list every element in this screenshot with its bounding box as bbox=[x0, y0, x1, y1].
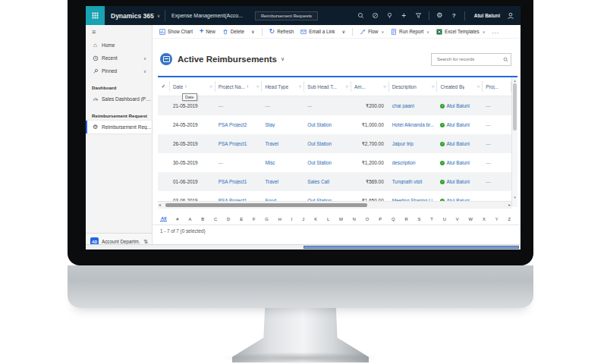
v-scroll-thumb[interactable] bbox=[513, 83, 517, 130]
column-header-description[interactable]: Description▽ bbox=[389, 81, 438, 92]
user-name[interactable]: Atul Baluni bbox=[474, 13, 500, 18]
cell-sub_head[interactable]: Out Station bbox=[304, 141, 351, 146]
email-split-chevron[interactable]: ∨ bbox=[342, 29, 346, 34]
email-link-button[interactable]: Email a Link bbox=[300, 29, 335, 35]
search-icon[interactable] bbox=[355, 10, 366, 21]
quick-create-icon[interactable]: + bbox=[398, 10, 410, 21]
table-row[interactable]: 30-05-2019---MiscOut Station₹1,200.00des… bbox=[158, 153, 511, 172]
cell-head_type[interactable]: Travel bbox=[262, 141, 304, 146]
alphabet-filter-q[interactable]: Q bbox=[391, 217, 396, 221]
lightbulb-icon[interactable] bbox=[384, 10, 395, 21]
cell-head_type[interactable]: Stay bbox=[262, 122, 304, 127]
cell-created_by[interactable]: ✓Atul Baluni bbox=[437, 103, 483, 108]
sort-ascending-icon[interactable]: ↑ bbox=[184, 84, 187, 89]
alphabet-filter-w[interactable]: W bbox=[468, 217, 473, 221]
cell-created_by[interactable]: ✓Atul Baluni bbox=[437, 141, 483, 146]
cell-description[interactable]: description bbox=[389, 160, 438, 165]
cell-description[interactable]: chai paani bbox=[389, 103, 438, 108]
cell-created_by[interactable]: ✓Atul Baluni bbox=[437, 160, 483, 165]
sort-ascending-icon[interactable]: ↑ bbox=[247, 84, 249, 89]
alphabet-filter-t[interactable]: T bbox=[429, 217, 434, 221]
run-report-button[interactable]: Run Report ∨ bbox=[391, 29, 429, 35]
alphabet-filter-o[interactable]: O bbox=[365, 217, 370, 221]
alphabet-filter-a[interactable]: A bbox=[187, 217, 192, 221]
cell-created_by[interactable]: ✓Atul Baluni bbox=[437, 179, 483, 184]
window-scroll-thumb[interactable] bbox=[304, 246, 520, 249]
table-row[interactable]: 01-06-2019PSA Project1TravelSales Call₹5… bbox=[158, 172, 511, 191]
alphabet-filter-f[interactable]: F bbox=[252, 217, 256, 221]
column-filter-icon[interactable]: ▽ bbox=[345, 85, 348, 89]
cell-project[interactable]: PSA Project1 bbox=[215, 179, 263, 184]
view-selector-chevron-icon[interactable]: ∨ bbox=[281, 56, 285, 62]
column-header-date[interactable]: Date↑▽ bbox=[170, 81, 215, 92]
search-input[interactable] bbox=[436, 56, 503, 62]
show-chart-button[interactable]: Show Chart bbox=[159, 29, 193, 35]
alphabet-filter-u[interactable]: U bbox=[442, 217, 447, 221]
scroll-left-icon[interactable]: ◂ bbox=[159, 202, 161, 208]
h-scroll-thumb[interactable] bbox=[165, 203, 367, 207]
alphabet-filter-n[interactable]: N bbox=[352, 217, 357, 221]
column-header-proj[interactable]: Proj... bbox=[483, 81, 511, 92]
cell-sub_head[interactable]: Sales Call bbox=[304, 179, 351, 184]
cell-project[interactable]: PSA Project2 bbox=[215, 122, 263, 127]
sidebar-collapse-button[interactable]: ≡ bbox=[86, 25, 152, 39]
scroll-down-icon[interactable]: ▾ bbox=[512, 195, 517, 199]
new-button[interactable]: + New bbox=[200, 28, 215, 35]
column-filter-icon[interactable]: ▽ bbox=[477, 85, 480, 89]
table-row[interactable]: 24-05-2019PSA Project2StayOut Station₹1,… bbox=[158, 115, 511, 134]
search-icon[interactable] bbox=[503, 57, 508, 62]
cell-project[interactable]: PSA Project1 bbox=[215, 141, 263, 146]
alphabet-filter-m[interactable]: M bbox=[338, 217, 344, 221]
record-search[interactable] bbox=[431, 53, 511, 66]
sidebar-item-recent[interactable]: Recent ∨ bbox=[86, 52, 152, 64]
alphabet-filter-v[interactable]: V bbox=[455, 217, 460, 221]
cell-description[interactable]: Tungnath visit bbox=[389, 179, 438, 184]
sidebar-item-pinned[interactable]: Pinned ∨ bbox=[86, 64, 152, 77]
alphabet-filter-p[interactable]: P bbox=[378, 217, 382, 221]
alphabet-filter-i[interactable]: I bbox=[291, 217, 294, 221]
grid-horizontal-scrollbar[interactable]: ◂ ▸ bbox=[158, 201, 511, 209]
cell-description[interactable]: Jaipur trip bbox=[389, 141, 438, 146]
scroll-up-icon[interactable]: ▴ bbox=[512, 78, 517, 83]
alphabet-filter-r[interactable]: R bbox=[404, 217, 408, 221]
cell-head_type[interactable]: Misc bbox=[262, 160, 304, 165]
chevron-down-icon[interactable]: ∨ bbox=[143, 69, 152, 74]
waffle-menu-button[interactable] bbox=[86, 6, 105, 25]
alphabet-filter-all[interactable]: All bbox=[160, 216, 167, 221]
delete-split-chevron[interactable]: ∨ bbox=[251, 29, 255, 34]
flow-button[interactable]: Flow ∨ bbox=[360, 29, 384, 35]
chevron-down-icon[interactable]: ∨ bbox=[143, 56, 152, 61]
cell-sub_head[interactable]: Out Station bbox=[304, 122, 351, 127]
grid-vertical-scrollbar[interactable]: ▴ ▾ bbox=[511, 77, 517, 207]
column-header-amount[interactable]: Am...▽ bbox=[351, 81, 389, 92]
alphabet-filter-y[interactable]: Y bbox=[495, 217, 499, 221]
column-header-project[interactable]: Project Na...↑▽ bbox=[215, 81, 263, 92]
alphabet-filter-j[interactable]: J bbox=[301, 217, 305, 221]
column-filter-icon[interactable]: ▽ bbox=[256, 85, 259, 89]
refresh-button[interactable]: ↻ Refresh bbox=[269, 28, 294, 35]
column-filter-icon[interactable]: ▽ bbox=[383, 85, 385, 89]
cell-head_type[interactable]: Travel bbox=[262, 179, 304, 184]
brand-title[interactable]: Dynamics 365 bbox=[105, 12, 157, 20]
more-commands-button[interactable]: ... bbox=[492, 28, 499, 35]
cell-created_by[interactable]: ✓Atul Baluni bbox=[437, 122, 483, 127]
cell-sub_head[interactable]: Out Station bbox=[304, 160, 351, 165]
window-horizontal-scrollbar[interactable] bbox=[86, 244, 521, 249]
alphabet-filter-g[interactable]: G bbox=[264, 217, 269, 221]
alphabet-filter-c[interactable]: C bbox=[213, 217, 218, 221]
delete-button[interactable]: Delete bbox=[222, 29, 244, 35]
alphabet-filter-d[interactable]: D bbox=[226, 217, 231, 221]
help-icon[interactable]: ? bbox=[448, 10, 460, 21]
table-row[interactable]: 21-05-2019---------₹200.00chai paani✓Atu… bbox=[158, 96, 511, 115]
sidebar-item-reimbursement-request[interactable]: ⚙ Reimbursement Req... bbox=[86, 121, 152, 133]
excel-templates-button[interactable]: Excel Templates ∨ bbox=[436, 29, 485, 35]
filter-icon[interactable] bbox=[413, 10, 424, 21]
alphabet-filter-x[interactable]: X bbox=[482, 217, 486, 221]
brand-chevron-icon[interactable]: ∨ bbox=[157, 13, 165, 18]
alphabet-filter-e[interactable]: E bbox=[239, 217, 244, 221]
advanced-find-icon[interactable] bbox=[370, 10, 381, 21]
person-icon[interactable] bbox=[505, 10, 516, 21]
view-title[interactable]: Active Reimbursements bbox=[178, 55, 277, 64]
alphabet-filter-z[interactable]: Z bbox=[507, 217, 511, 221]
column-header-sub_head[interactable]: Sub Head T...▽ bbox=[304, 81, 351, 92]
